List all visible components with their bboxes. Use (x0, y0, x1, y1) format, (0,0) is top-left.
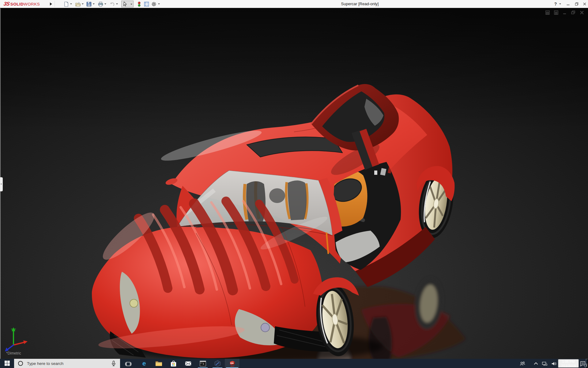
new-document-button[interactable] (64, 1, 70, 7)
start-button[interactable] (0, 359, 14, 368)
cortana-icon (18, 361, 23, 366)
microphone-icon[interactable] (111, 361, 116, 366)
rebuild-button[interactable] (137, 1, 143, 7)
options-button[interactable] (151, 1, 157, 7)
document-window-icon-2[interactable] (554, 10, 560, 15)
help-button[interactable]: ? (553, 0, 558, 8)
command-prompt-icon: C:\ (199, 360, 206, 367)
restore-button[interactable] (573, 0, 580, 8)
panel-expander-tab[interactable] (0, 177, 3, 191)
document-minimize-button[interactable] (562, 10, 568, 15)
document-restore-button[interactable] (571, 10, 577, 15)
taskbar-app-store[interactable] (166, 359, 181, 368)
supercar-3d-model (0, 8, 588, 359)
new-document-icon (64, 2, 69, 7)
solidworks-2017-icon: SW 2017 (229, 360, 236, 367)
windows-logo-icon (5, 361, 10, 366)
taskbar-clock[interactable]: 1:05 PM 7/11/2018 (558, 359, 579, 368)
options-gear-icon (151, 2, 156, 7)
new-dropdown-caret[interactable] (70, 3, 72, 5)
svg-text:C:\: C:\ (200, 362, 204, 364)
show-desktop-button[interactable] (586, 359, 588, 368)
task-view-button[interactable] (121, 359, 135, 368)
tray-overflow-chevron[interactable] (532, 359, 540, 368)
store-icon (170, 360, 177, 367)
document-window-controls (545, 10, 586, 15)
undo-button[interactable] (110, 1, 116, 7)
help-dropdown-caret[interactable] (559, 3, 561, 5)
close-icon (583, 2, 586, 6)
svg-text:e: e (142, 360, 146, 367)
app-title-bar: 3S SOLIDWORKS (0, 0, 588, 8)
print-button[interactable] (98, 1, 104, 7)
svg-text:2017: 2017 (230, 365, 234, 367)
save-dropdown-caret[interactable] (93, 3, 95, 5)
graphics-viewport[interactable]: *Dimetric (0, 8, 588, 359)
taskbar-app-command-prompt[interactable]: C:\ (195, 359, 210, 368)
save-button[interactable] (86, 1, 92, 7)
orientation-triad (2, 325, 30, 352)
close-button[interactable] (581, 0, 588, 8)
clock-time: 1:05 PM (559, 360, 578, 364)
select-tool-button[interactable] (121, 1, 134, 7)
open-button[interactable] (75, 1, 81, 7)
file-explorer-icon (155, 360, 162, 367)
hexagon-app-icon (214, 360, 221, 367)
file-properties-icon (144, 2, 149, 7)
search-input[interactable]: Type here to search (14, 359, 120, 368)
restore-icon (575, 2, 579, 6)
document-window-icon-1[interactable] (545, 10, 551, 15)
z-axis (7, 345, 13, 350)
options-dropdown-caret[interactable] (158, 3, 160, 5)
x-axis (13, 342, 24, 345)
rebuild-traffic-light-icon (137, 2, 142, 7)
solidworks-wordmark: SOLIDWORKS (10, 2, 40, 6)
document-title: Supercar [Read-only] (341, 0, 379, 8)
solidworks-logo: 3S SOLIDWORKS (4, 1, 40, 7)
minimize-button[interactable] (565, 0, 571, 8)
select-cursor-icon (123, 2, 128, 6)
undo-icon (110, 2, 115, 7)
svg-text:SW: SW (230, 362, 234, 365)
minimize-icon (566, 2, 570, 6)
document-close-button[interactable] (579, 10, 586, 15)
ds-logo-icon: 3S (3, 1, 10, 7)
print-dropdown-caret[interactable] (104, 3, 106, 5)
undo-dropdown-caret[interactable] (116, 3, 118, 5)
save-icon (86, 2, 92, 7)
network-icon[interactable] (540, 359, 549, 368)
open-icon (75, 2, 81, 7)
mail-icon (185, 360, 192, 367)
taskbar-app-edge[interactable]: e (137, 359, 151, 368)
people-button[interactable] (518, 359, 527, 368)
taskbar-app-file-explorer[interactable] (151, 359, 166, 368)
search-placeholder: Type here to search (27, 361, 111, 366)
volume-icon[interactable] (549, 359, 558, 368)
print-icon (98, 2, 103, 7)
view-orientation-label: *Dimetric (6, 351, 21, 355)
taskbar-app-3d-hexagon[interactable] (210, 359, 225, 368)
menu-expand-arrow[interactable] (49, 2, 53, 6)
toolbar-separator (55, 1, 55, 7)
file-properties-button[interactable] (144, 1, 150, 7)
taskbar-app-solidworks[interactable]: SW 2017 (225, 359, 239, 368)
select-dropdown-caret[interactable] (130, 4, 132, 5)
clock-date: 7/11/2018 (559, 364, 578, 368)
open-dropdown-caret[interactable] (82, 3, 84, 5)
windows-taskbar: Type here to search e C:\ (0, 359, 588, 368)
edge-icon: e (141, 360, 148, 367)
taskbar-app-mail[interactable] (181, 359, 195, 368)
screen: 3S SOLIDWORKS (0, 0, 588, 368)
